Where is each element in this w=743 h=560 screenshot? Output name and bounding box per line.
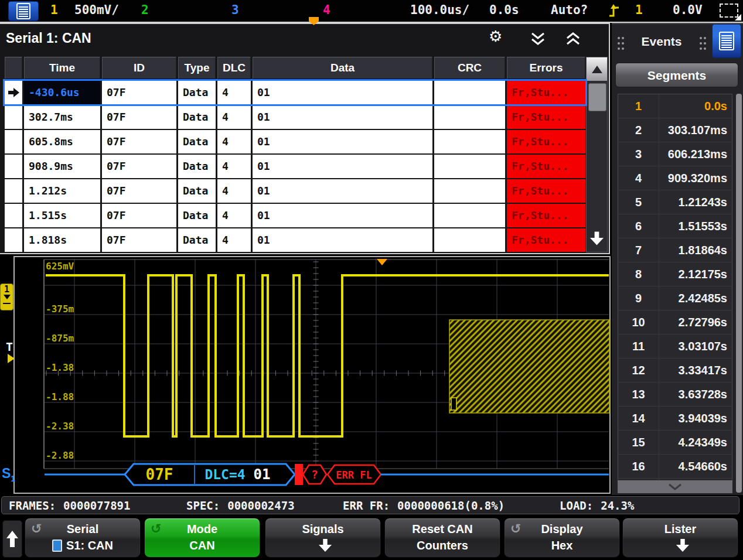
col-header-errors: Errors: [507, 57, 585, 79]
table-row[interactable]: 1.515s 07F Data 4 01 Fr,Stu...: [5, 204, 585, 227]
segments-tab-button[interactable]: Segments: [615, 63, 738, 87]
segment-time: 3.63728s: [659, 383, 732, 406]
softkey-bottom-row: Counters: [385, 538, 500, 553]
segment-row[interactable]: 4 909.320ms: [618, 166, 732, 190]
channel-2-label[interactable]: 2: [141, 3, 149, 17]
segment-row[interactable]: 14 3.94039s: [618, 407, 732, 431]
cell-crc: [434, 228, 505, 252]
table-row[interactable]: 1.212s 07F Data 4 01 Fr,Stu...: [5, 179, 585, 203]
channel-3-label[interactable]: 3: [231, 3, 239, 17]
table-row[interactable]: 1.818s 07F Data 4 01 Fr,Stu...: [5, 228, 585, 252]
softkey-bottom-row: [623, 538, 738, 553]
col-header-crc: CRC: [434, 57, 505, 79]
channel-1-scale[interactable]: 500mV/: [74, 3, 119, 17]
spec-counter: SPEC:0000002473: [186, 499, 295, 512]
cell-dlc: 4: [217, 105, 251, 129]
cell-dlc: 4: [217, 179, 251, 203]
segment-row[interactable]: 5 1.21243s: [618, 190, 732, 214]
softkey-reset-can[interactable]: ↺ Reset CAN Counters: [384, 518, 500, 558]
col-header-marker: [5, 57, 22, 79]
scroll-down-button[interactable]: [589, 231, 604, 248]
segment-number: 13: [618, 383, 659, 406]
cell-time: 1.818s: [24, 228, 100, 252]
softkey-lister[interactable]: ↺ Lister: [622, 518, 738, 558]
softkey-top-row: ↺ Mode: [145, 523, 260, 537]
scrollbar-thumb[interactable]: [588, 83, 606, 111]
trigger-mode[interactable]: Auto?: [551, 3, 588, 17]
can-counters-status-bar: FRAMES:0000077891 SPEC:0000002473 ERR FR…: [1, 496, 739, 514]
row-marker-cell: [5, 228, 22, 252]
segment-time: 1.81864s: [659, 238, 732, 262]
channel-1-marker-label: 1: [1, 284, 13, 295]
table-row[interactable]: 605.8ms 07F Data 4 01 Fr,Stu...: [5, 130, 585, 153]
search-region-overlay[interactable]: [449, 320, 609, 413]
segment-row[interactable]: 13 3.63728s: [618, 383, 732, 407]
segment-row[interactable]: 16 4.54660s: [618, 455, 732, 479]
expand-up-icon[interactable]: [565, 32, 581, 49]
segment-row[interactable]: 8 2.12175s: [618, 262, 732, 286]
axis-label: -2.38: [46, 421, 74, 432]
current-row-arrow-icon: [7, 88, 20, 97]
decode-data-text: 01: [254, 466, 271, 483]
lister-scrollbar[interactable]: [586, 57, 608, 252]
trigger-level[interactable]: 0.0V: [673, 3, 703, 17]
cell-time: 302.7ms: [24, 105, 100, 129]
scroll-up-button[interactable]: [587, 57, 607, 81]
softkey-display[interactable]: ↺ Display Hex: [504, 518, 620, 558]
segment-row[interactable]: 1 0.0s: [618, 94, 732, 118]
segment-row[interactable]: 7 1.81864s: [618, 238, 732, 262]
cell-crc: [434, 155, 505, 178]
lister-panel-toggle-button[interactable]: [712, 24, 741, 58]
cursor-arrow-icon: [735, 14, 741, 21]
region-select-icon[interactable]: [720, 4, 738, 18]
segment-row[interactable]: 11 3.03107s: [618, 334, 732, 358]
cell-data: 01: [253, 130, 432, 153]
segment-row[interactable]: 9 2.42485s: [618, 286, 732, 310]
trigger-source[interactable]: 1: [635, 3, 643, 17]
segment-time: 1.51553s: [659, 214, 732, 238]
segment-row[interactable]: 3 606.213ms: [618, 142, 732, 166]
axis-label: -1.38: [46, 362, 74, 373]
softkey-serial[interactable]: ↺ Serial S1: CAN: [25, 518, 141, 558]
col-header-id: ID: [102, 57, 176, 79]
serial-lister-window: Serial 1: CAN ⚙ Time ID Type DLC Data CR…: [0, 23, 610, 254]
segment-row[interactable]: 15 4.24349s: [618, 431, 732, 455]
segment-row[interactable]: 2 303.107ms: [618, 118, 732, 142]
trigger-level-arrow-icon[interactable]: [8, 354, 19, 363]
delay-value[interactable]: 0.0s: [489, 3, 519, 17]
error-frames-counter: ERR FR:0000000618(0.8%): [343, 499, 505, 512]
softkey-label: Reset CAN: [412, 523, 472, 535]
segments-scrollbar[interactable]: [736, 94, 742, 493]
channel-4-label[interactable]: 4: [323, 3, 330, 17]
channel-1-label[interactable]: 1: [50, 3, 58, 17]
decode-error-text: ERR FL: [336, 469, 372, 481]
segment-row[interactable]: 12 3.33417s: [618, 358, 732, 383]
table-row[interactable]: 908.9ms 07F Data 4 01 Fr,Stu...: [5, 155, 585, 178]
enabled-checkbox-icon: [52, 539, 62, 552]
back-button[interactable]: [2, 520, 22, 558]
cell-id: 07F: [102, 130, 176, 153]
segment-number: 16: [618, 455, 659, 478]
table-row[interactable]: 302.7ms 07F Data 4 01 Fr,Stu...: [5, 105, 585, 129]
segment-row[interactable]: 10 2.72796s: [618, 310, 732, 334]
search-region-handle: [451, 398, 456, 410]
timebase-value[interactable]: 100.0us/: [410, 3, 469, 17]
segment-row[interactable]: 6 1.51553s: [618, 214, 732, 238]
grip-dots-icon[interactable]: [698, 36, 707, 53]
channel-1-ground-marker[interactable]: 1: [0, 284, 13, 310]
table-row[interactable]: -430.6us 07F Data 4 01 Fr,Stu...: [5, 81, 585, 104]
gear-icon[interactable]: ⚙: [489, 28, 502, 45]
cell-crc: [434, 81, 505, 104]
cell-data: 01: [253, 204, 432, 227]
cell-data: 01: [253, 105, 432, 129]
softkey-signals[interactable]: ↺ Signals: [265, 518, 381, 558]
segments-scroll-more-bar[interactable]: [618, 480, 732, 493]
segment-number: 1: [618, 94, 659, 118]
softkey-mode[interactable]: ↺ Mode CAN: [144, 518, 260, 558]
axis-label: -875m: [46, 333, 74, 344]
menu-button[interactable]: [8, 1, 39, 21]
collapse-down-icon[interactable]: [530, 32, 546, 49]
trigger-level-marker-label[interactable]: T: [6, 340, 13, 354]
softkey-label: Display: [541, 523, 582, 535]
segment-time: 2.72796s: [659, 310, 732, 334]
